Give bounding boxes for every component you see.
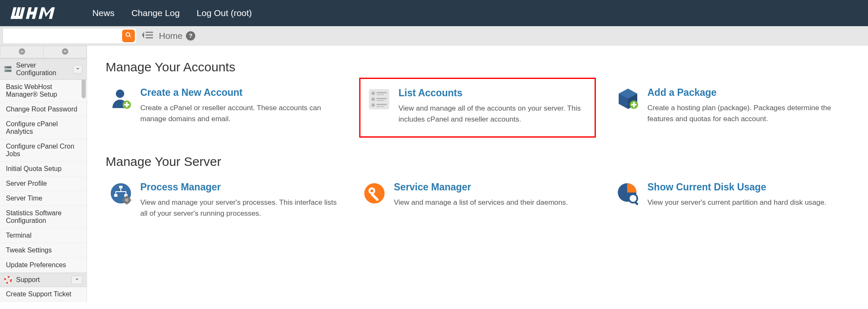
list-accounts-icon (367, 87, 391, 111)
help-icon: ? (189, 33, 193, 39)
svg-point-18 (5, 70, 6, 71)
card-title[interactable]: Show Current Disk Usage (647, 182, 846, 193)
sidebar-item-tweak-settings[interactable]: Tweak Settings (0, 243, 87, 258)
breadcrumb[interactable]: Home (159, 31, 183, 41)
sidebar-collapse-all[interactable] (0, 46, 44, 58)
sidebar-item-basic-webhost-manager-setup[interactable]: Basic WebHost Manager® Setup (0, 80, 87, 102)
nav-change-log[interactable]: Change Log (131, 8, 180, 18)
main-area: Server Configuration Basic WebHost Manag… (0, 46, 868, 302)
svg-point-58 (630, 195, 636, 202)
svg-rect-42 (119, 186, 123, 188)
svg-rect-10 (146, 32, 153, 33)
top-nav: News Change Log Log Out (root) (0, 0, 868, 26)
svg-rect-28 (377, 94, 384, 95)
sidebar-item-configure-cpanel-analytics[interactable]: Configure cPanel Analytics (0, 117, 87, 139)
sidebar-group-label: Server Configuration (16, 62, 69, 77)
sidebar-item-create-support-ticket[interactable]: Create Support Ticket (0, 287, 87, 302)
search-button[interactable] (122, 30, 135, 42)
card-desc: Create a cPanel or reseller account. The… (140, 103, 339, 124)
chevron-down-icon (75, 65, 80, 73)
card-title[interactable]: Add a Package (647, 87, 846, 98)
svg-rect-8 (49, 7, 55, 19)
process-manager-icon (109, 182, 133, 205)
search-box (3, 28, 137, 44)
cards-row-accounts: Create a New Account Create a cPanel or … (106, 84, 849, 138)
svg-point-20 (5, 277, 11, 283)
chevron-up-icon (18, 48, 26, 57)
svg-point-32 (371, 103, 375, 107)
chevron-down-icon (61, 48, 69, 57)
card-list-accounts[interactable]: List Accounts View and manage all of the… (359, 78, 596, 138)
sidebar-item-statistics-software-configuration[interactable]: Statistics Software Configuration (0, 206, 87, 228)
card-process-manager[interactable]: Process Manager View and manage your ser… (106, 178, 342, 222)
svg-rect-30 (377, 98, 387, 99)
search-input[interactable] (6, 28, 120, 43)
whm-logo[interactable] (8, 5, 75, 21)
svg-rect-24 (124, 104, 129, 106)
svg-rect-16 (5, 70, 11, 72)
sidebar-group-support[interactable]: Support (0, 273, 87, 287)
svg-point-21 (116, 89, 124, 98)
service-manager-icon (363, 182, 386, 205)
chevron-down-icon (74, 276, 79, 284)
sidebar-item-server-profile[interactable]: Server Profile (0, 176, 87, 191)
sidebar-item-server-time[interactable]: Server Time (0, 191, 87, 206)
svg-rect-7 (38, 7, 44, 19)
sidebar-item-terminal[interactable]: Terminal (0, 228, 87, 243)
card-desc: View and manage a list of services and t… (394, 197, 592, 208)
support-icon (4, 276, 12, 284)
group-toggle[interactable] (73, 65, 82, 73)
group-toggle[interactable] (71, 276, 82, 284)
card-add-package[interactable]: Add a Package Create a hosting plan (pac… (613, 84, 849, 138)
card-create-new-account[interactable]: Create a New Account Create a cPanel or … (106, 84, 342, 138)
sidebar-scroll[interactable]: Server Configuration Basic WebHost Manag… (0, 59, 87, 302)
svg-point-46 (125, 198, 128, 202)
svg-rect-40 (631, 104, 636, 106)
sidebar-item-update-preferences[interactable]: Update Preferences (0, 258, 87, 273)
svg-rect-34 (377, 106, 384, 107)
create-account-icon (109, 87, 133, 111)
content: Manage Your Accounts Create a New Accoun… (87, 46, 868, 302)
svg-rect-15 (5, 66, 11, 68)
sidebar-item-initial-quota-setup[interactable]: Initial Quota Setup (0, 162, 87, 176)
svg-rect-11 (146, 35, 153, 36)
cards-row-server: Process Manager View and manage your ser… (106, 178, 849, 222)
card-title[interactable]: List Accounts (399, 87, 588, 99)
card-desc: View and manage all of the accounts on y… (399, 103, 588, 125)
svg-rect-12 (146, 37, 153, 38)
svg-rect-43 (114, 194, 117, 197)
menu-collapse-icon (141, 35, 153, 41)
card-title[interactable]: Create a New Account (140, 87, 339, 98)
card-desc: View and manage your server's processes.… (140, 197, 339, 219)
sidebar: Server Configuration Basic WebHost Manag… (0, 46, 87, 302)
sidebar-nav-arrows (0, 46, 87, 59)
section-title-manage-server: Manage Your Server (106, 154, 849, 169)
secondary-bar: Home ? (0, 26, 868, 46)
card-desc: Create a hosting plan (package). Package… (647, 103, 846, 124)
sidebar-expand-all[interactable] (44, 46, 87, 58)
card-show-disk-usage[interactable]: Show Current Disk Usage View your server… (613, 178, 849, 222)
svg-point-54 (371, 190, 374, 192)
sidebar-group-label: Support (16, 276, 40, 284)
svg-rect-27 (377, 92, 387, 93)
svg-point-51 (364, 183, 385, 203)
sidebar-group-server-configuration[interactable]: Server Configuration (0, 59, 87, 80)
collapse-sidebar-button[interactable] (141, 30, 153, 41)
server-config-icon (4, 65, 12, 73)
card-title[interactable]: Service Manager (394, 182, 592, 193)
svg-point-29 (371, 98, 375, 101)
sidebar-item-configure-cpanel-cron-jobs[interactable]: Configure cPanel Cron Jobs (0, 139, 87, 162)
add-package-icon (616, 87, 640, 111)
nav-log-out[interactable]: Log Out (root) (197, 8, 252, 18)
svg-rect-31 (377, 100, 384, 101)
svg-rect-6 (27, 11, 37, 14)
sidebar-item-change-root-password[interactable]: Change Root Password (0, 102, 87, 117)
card-service-manager[interactable]: Service Manager View and manage a list o… (359, 178, 596, 222)
card-desc: View your server's current partition and… (647, 197, 846, 208)
disk-usage-icon (616, 182, 640, 205)
section-title-manage-accounts: Manage Your Accounts (106, 60, 849, 74)
search-icon (125, 32, 132, 40)
card-title[interactable]: Process Manager (140, 182, 339, 193)
nav-news[interactable]: News (92, 8, 115, 18)
help-button[interactable]: ? (186, 31, 195, 41)
